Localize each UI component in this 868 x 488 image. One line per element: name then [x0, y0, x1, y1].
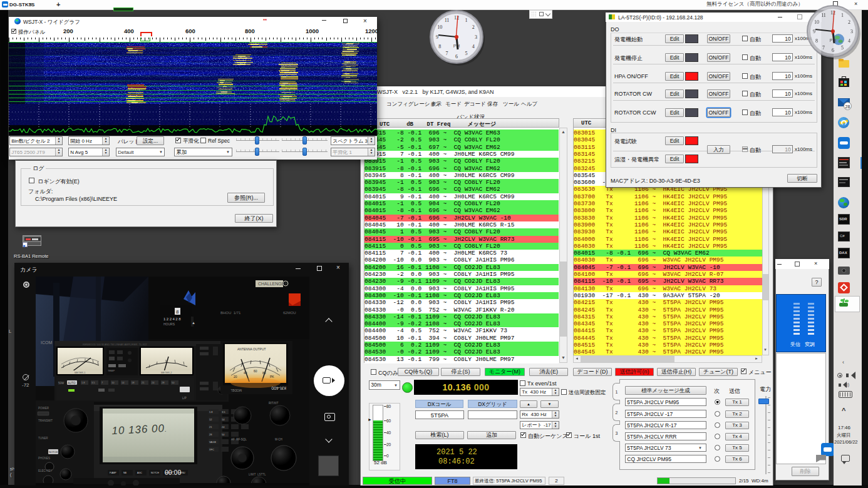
- svg-text:5: 5: [841, 45, 844, 51]
- svg-text:21: 21: [142, 381, 145, 384]
- svg-text:8: 8: [438, 44, 441, 49]
- svg-text:10: 10: [814, 19, 819, 25]
- svg-text:M-CH: M-CH: [275, 438, 282, 441]
- svg-text:ELEC-KEY: ELEC-KEY: [38, 469, 52, 472]
- svg-text:MODEL: MODEL: [230, 389, 242, 392]
- svg-text:50: 50: [172, 381, 175, 384]
- svg-text:24: 24: [152, 381, 155, 384]
- svg-text:14: 14: [222, 418, 225, 421]
- svg-text:11: 11: [445, 18, 450, 23]
- svg-text:2: 2: [848, 19, 850, 25]
- svg-text:METER-2: METER-2: [161, 371, 172, 374]
- svg-text:9: 9: [436, 34, 438, 40]
- svg-text:4: 4: [848, 38, 850, 44]
- svg-text:10: 10: [437, 24, 442, 30]
- svg-text:P.AMP: P.AMP: [110, 472, 116, 474]
- svg-text:21: 21: [209, 425, 212, 429]
- svg-text:8: 8: [815, 38, 818, 44]
- svg-text:LIMIT LSTTL: LIMIT LSTTL: [249, 473, 266, 476]
- svg-text:PHONES: PHONES: [38, 457, 50, 460]
- svg-text:ANTENNA OUTPUT: ANTENNA OUTPUT: [237, 347, 266, 351]
- svg-text:XFC: XFC: [209, 448, 214, 451]
- svg-text:60: 60: [254, 369, 257, 373]
- svg-text:NB: NB: [123, 472, 127, 474]
- svg-text:24: 24: [222, 425, 225, 429]
- svg-text:PK: PK: [270, 375, 274, 379]
- svg-text:NOTCH: NOTCH: [49, 450, 58, 454]
- svg-text:CHALLENGER: CHALLENGER: [258, 282, 287, 286]
- svg-text:11: 11: [821, 13, 826, 18]
- svg-text:HOURS: HOURS: [163, 322, 175, 326]
- svg-text:9: 9: [813, 29, 815, 34]
- svg-text:12: 12: [454, 15, 459, 21]
- svg-text:3: 3: [475, 34, 477, 40]
- svg-text:3.5: 3.5: [91, 381, 95, 384]
- svg-text:RIT/XIT: RIT/XIT: [269, 402, 279, 405]
- svg-text:28: 28: [209, 433, 212, 436]
- svg-text:6: 6: [455, 54, 458, 59]
- svg-text:12: 12: [209, 418, 212, 421]
- svg-text:KR-400: KR-400: [271, 386, 286, 390]
- svg-text:TEMP: TEMP: [108, 369, 115, 372]
- svg-text:14: 14: [121, 381, 125, 384]
- svg-text:8: 8: [176, 309, 179, 315]
- svg-text:BHOU 1/71: BHOU 1/71: [220, 311, 241, 315]
- svg-text:POWER: POWER: [38, 407, 49, 410]
- svg-text:18: 18: [132, 381, 135, 384]
- svg-text:2: 2: [472, 24, 475, 30]
- svg-text:AGC: AGC: [137, 472, 142, 474]
- svg-text:1.8: 1.8: [81, 381, 85, 384]
- svg-text:122428: 122428: [163, 317, 182, 321]
- svg-text:28: 28: [162, 381, 165, 384]
- svg-text:AUTO: AUTO: [68, 382, 76, 385]
- svg-text:1: 1: [841, 13, 844, 18]
- svg-text:ICOM: ICOM: [41, 340, 52, 345]
- svg-text:20: 20: [234, 375, 237, 379]
- svg-text:3.5: 3.5: [222, 410, 225, 414]
- svg-text:3: 3: [850, 29, 853, 34]
- svg-text:12: 12: [830, 10, 835, 16]
- svg-text:TRANSMIT: TRANSMIT: [38, 419, 53, 422]
- svg-text:6: 6: [832, 48, 834, 53]
- svg-text:1: 1: [465, 18, 468, 23]
- svg-text:METER-1: METER-1: [75, 371, 86, 374]
- svg-text:KENWOOD 500 W AND TM LINEAR AM: KENWOOD 500 W AND TM LINEAR AMPLIFIER TL…: [83, 343, 147, 346]
- svg-text:7: 7: [822, 45, 825, 51]
- svg-text:L/P: L/P: [182, 397, 187, 400]
- svg-text:▲: ▲: [192, 321, 195, 325]
- svg-text:4: 4: [472, 44, 475, 49]
- svg-text:5: 5: [465, 51, 468, 56]
- svg-text:1.8: 1.8: [209, 410, 213, 414]
- svg-text:AF RF-SQL: AF RF-SQL: [231, 438, 247, 441]
- svg-text:VAGB: VAGB: [209, 440, 216, 444]
- svg-text:10: 10: [111, 381, 115, 384]
- svg-text:50W: 50W: [58, 382, 65, 385]
- svg-text:50: 50: [222, 433, 225, 436]
- svg-text:7: 7: [446, 51, 448, 56]
- svg-text:00:00: 00:00: [165, 469, 181, 476]
- svg-text:NOTCH: NOTCH: [151, 472, 159, 474]
- svg-text:62MOU: 62MOU: [283, 311, 296, 315]
- svg-text:TUNER: TUNER: [38, 437, 48, 440]
